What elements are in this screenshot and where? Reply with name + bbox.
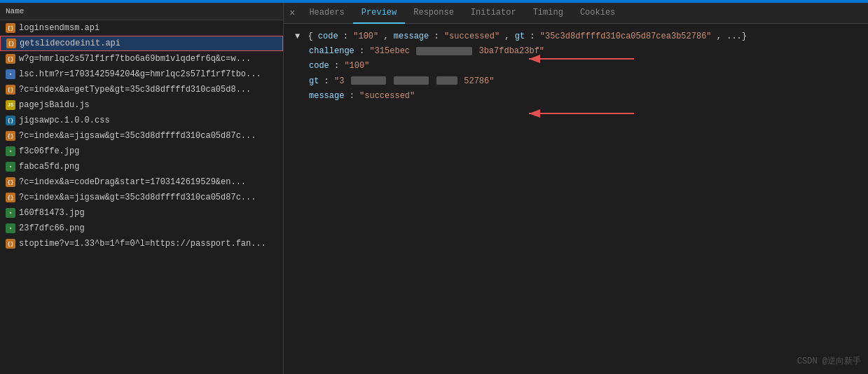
request-name-label: ?c=index&a=jigsaw&gt=35c3d8dffffd310ca05…	[19, 193, 256, 202]
request-type-icon: {}	[6, 177, 15, 187]
request-name-label: getslidecodeinit.api	[20, 39, 120, 48]
request-type-icon: ▪	[6, 162, 15, 172]
request-type-icon: {}	[6, 116, 15, 125]
tab-close-button[interactable]: ×	[284, 8, 301, 19]
request-type-icon: {}	[6, 131, 15, 141]
request-name-label: ?c=index&a=jigsaw&gt=35c3d8dffffd310ca05…	[19, 131, 256, 141]
request-type-icon: {}	[6, 23, 15, 33]
request-type-icon: {}	[6, 39, 16, 48]
request-name-label: f3c06ffe.jpg	[19, 146, 79, 156]
expand-arrow[interactable]: ▼	[295, 32, 300, 41]
tab-response[interactable]: Response	[405, 3, 462, 24]
request-item[interactable]: {}?c=index&a=jigsaw&gt=35c3d8dffffd310ca…	[0, 128, 283, 144]
request-item[interactable]: {}jigsawpc.1.0.0.css	[0, 113, 283, 128]
tab-timing[interactable]: Timing	[525, 3, 572, 24]
request-name-label: 23f7dfc66.png	[19, 223, 85, 233]
right-panel: × Headers Preview Response Initiator Tim…	[284, 3, 868, 374]
request-item[interactable]: {}loginsendmsm.api	[0, 20, 283, 36]
request-item[interactable]: ▪f3c06ffe.jpg	[0, 144, 283, 159]
request-name-label: stoptime?v=1.33^b=1^f=0^l=https://passpo…	[19, 239, 266, 249]
request-item[interactable]: {}?c=index&a=codeDrag&start=170314261952…	[0, 174, 283, 190]
request-type-icon: ▪	[6, 146, 15, 156]
request-item[interactable]: {}w?g=hmrlqc2s57lf1rf7tbo6a69bm1vlqdefr6…	[0, 51, 283, 67]
tab-headers[interactable]: Headers	[301, 3, 352, 24]
request-item[interactable]: {}getslidecodeinit.api	[0, 36, 283, 51]
json-root-line: ▼ { code : "100" , message : "successed"…	[295, 29, 857, 44]
json-field-message: message : "successed"	[309, 89, 857, 104]
tabs-row: × Headers Preview Response Initiator Tim…	[284, 3, 868, 24]
request-item[interactable]: ▪160f81473.jpg	[0, 205, 283, 221]
request-name-label: ?c=index&a=getType&gt=35c3d8dffffd310ca0…	[19, 85, 251, 95]
redacted-block-2	[394, 76, 429, 85]
left-panel: Name {}loginsendmsm.api{}getslidecodeini…	[0, 3, 284, 374]
request-name-label: 160f81473.jpg	[19, 208, 85, 218]
request-name-label: jigsawpc.1.0.0.css	[19, 116, 110, 125]
request-name-label: w?g=hmrlqc2s57lf1rf7tbo6a69bm1vlqdefr6q&…	[19, 54, 251, 64]
request-item[interactable]: JSpagejsBaidu.js	[0, 97, 283, 113]
request-list: {}loginsendmsm.api{}getslidecodeinit.api…	[0, 20, 283, 374]
json-field-code: code : "100"	[309, 59, 857, 74]
request-item[interactable]: {}stoptime?v=1.33^b=1^f=0^l=https://pass…	[0, 236, 283, 251]
request-type-icon: {}	[6, 193, 15, 202]
request-item[interactable]: ▪23f7dfc66.png	[0, 221, 283, 236]
redacted-block-1	[351, 76, 386, 85]
json-field-challenge: challenge : "315ebec 3ba7fdba23bf"	[309, 44, 857, 59]
request-item[interactable]: {}?c=index&a=jigsaw&gt=35c3d8dffffd310ca…	[0, 190, 283, 205]
request-type-icon: ▪	[6, 208, 15, 218]
request-type-icon: {}	[6, 239, 15, 249]
request-type-icon: ▪	[6, 223, 15, 233]
request-name-label: fabca5fd.png	[19, 162, 79, 172]
main-content: Name {}loginsendmsm.api{}getslidecodeini…	[0, 3, 868, 374]
request-item[interactable]: ▪lsc.htm?r=1703142594204&g=hmrlqc2s57lf1…	[0, 67, 283, 82]
json-field-gt: gt : "3 52786"	[309, 74, 857, 89]
tab-cookies[interactable]: Cookies	[572, 3, 624, 24]
watermark: CSDN @逆向新手	[797, 355, 861, 367]
redacted-block-3	[436, 76, 457, 85]
request-name-label: ?c=index&a=codeDrag&start=1703142619529&…	[19, 177, 246, 187]
request-item[interactable]: {}?c=index&a=getType&gt=35c3d8dffffd310c…	[0, 82, 283, 97]
request-type-icon: ▪	[6, 69, 15, 79]
tab-preview[interactable]: Preview	[353, 3, 405, 24]
request-name-label: pagejsBaidu.js	[19, 100, 90, 110]
tab-initiator[interactable]: Initiator	[462, 3, 525, 24]
request-name-label: lsc.htm?r=1703142594204&g=hmrlqc2s57lf1r…	[19, 69, 261, 79]
redacted-block	[416, 47, 472, 55]
request-type-icon: {}	[6, 54, 15, 64]
left-panel-header: Name	[0, 3, 283, 20]
request-item[interactable]: ▪fabca5fd.png	[0, 159, 283, 174]
request-type-icon: JS	[6, 100, 15, 110]
request-name-label: loginsendmsm.api	[19, 23, 99, 33]
request-type-icon: {}	[6, 85, 15, 95]
preview-content: ▼ { code : "100" , message : "successed"…	[284, 24, 868, 374]
